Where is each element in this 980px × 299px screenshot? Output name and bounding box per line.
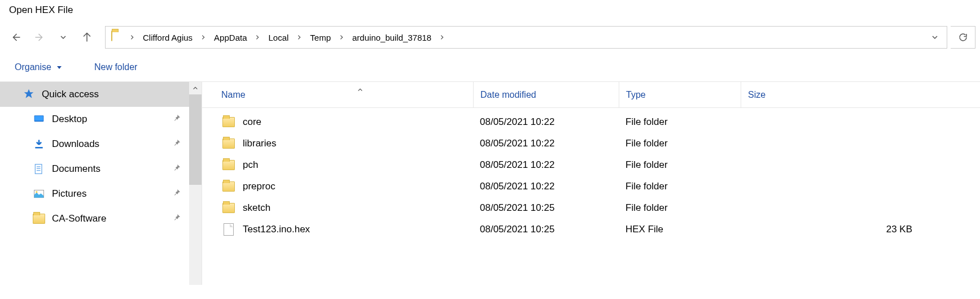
- chevron-right-icon[interactable]: [294, 34, 304, 40]
- up-button[interactable]: [77, 27, 97, 47]
- toolbar: Organise New folder: [0, 53, 980, 82]
- file-icon: [222, 223, 235, 236]
- pin-icon: [172, 138, 181, 150]
- chevron-down-icon: [931, 34, 938, 41]
- sidebar-item-quick-access[interactable]: Quick access: [0, 82, 202, 107]
- file-name: sketch: [243, 202, 270, 214]
- sidebar-item-label: Desktop: [52, 114, 87, 125]
- column-header-label: Size: [748, 90, 765, 100]
- chevron-right-icon[interactable]: [127, 34, 137, 40]
- sidebar-item-desktop[interactable]: Desktop: [0, 107, 202, 132]
- pin-icon: [172, 114, 181, 125]
- breadcrumb-item[interactable]: AppData: [211, 31, 250, 45]
- file-type: File folder: [619, 116, 741, 128]
- file-type: File folder: [619, 202, 741, 214]
- pictures-icon: [33, 188, 45, 200]
- folder-icon: [222, 159, 235, 171]
- list-item[interactable]: pch 08/05/2021 10:22 File folder: [202, 154, 980, 176]
- file-list-panel: Name Date modified Type Size core 08/05/…: [202, 82, 980, 285]
- file-type: HEX File: [619, 224, 741, 235]
- column-header-size[interactable]: Size: [741, 82, 980, 107]
- pin-icon: [172, 213, 181, 225]
- sidebar-item-pictures[interactable]: Pictures: [0, 181, 202, 206]
- folder-icon: [222, 116, 235, 128]
- downloads-icon: [33, 138, 45, 150]
- star-pin-icon: [23, 88, 35, 101]
- breadcrumb-item[interactable]: Temp: [307, 31, 334, 45]
- pin-icon: [172, 163, 181, 175]
- sidebar-item-ca-software[interactable]: CA-Software: [0, 206, 202, 231]
- list-item[interactable]: sketch 08/05/2021 10:25 File folder: [202, 197, 980, 219]
- file-type: File folder: [619, 138, 741, 149]
- chevron-down-icon: [60, 34, 67, 41]
- scrollbar-track[interactable]: [189, 94, 202, 285]
- svg-rect-2: [35, 164, 42, 174]
- list-item[interactable]: libraries 08/05/2021 10:22 File folder: [202, 133, 980, 154]
- folder-icon: [222, 137, 235, 150]
- folder-icon: [222, 202, 235, 214]
- sidebar-item-label: Downloads: [52, 138, 99, 150]
- breadcrumb-item[interactable]: Clifford Agius: [139, 31, 196, 45]
- forward-button[interactable]: [29, 27, 50, 47]
- file-size: 23 KB: [741, 224, 980, 235]
- breadcrumb-item[interactable]: arduino_build_37818: [349, 31, 435, 45]
- svg-point-4: [36, 191, 37, 193]
- arrow-right-icon: [34, 32, 45, 42]
- file-name: pch: [243, 159, 258, 171]
- list-item[interactable]: preproc 08/05/2021 10:22 File folder: [202, 176, 980, 197]
- file-date: 08/05/2021 10:22: [473, 138, 619, 149]
- breadcrumb-item[interactable]: Local: [265, 31, 292, 45]
- back-button[interactable]: [6, 27, 26, 47]
- sort-asc-icon: [357, 85, 363, 95]
- file-type: File folder: [619, 159, 741, 171]
- pin-icon: [172, 188, 181, 200]
- new-folder-button[interactable]: New folder: [94, 62, 137, 72]
- sidebar-item-label: CA-Software: [52, 213, 106, 224]
- chevron-up-icon: [193, 85, 198, 91]
- file-date: 08/05/2021 10:22: [473, 181, 619, 192]
- navigation-row: Clifford Agius AppData Local Temp arduin…: [0, 21, 980, 53]
- list-item[interactable]: core 08/05/2021 10:22 File folder: [202, 111, 980, 133]
- file-name: core: [243, 116, 261, 128]
- triangle-down-icon: [56, 64, 63, 71]
- file-date: 08/05/2021 10:22: [473, 116, 619, 128]
- chevron-right-icon[interactable]: [336, 34, 347, 40]
- documents-icon: [33, 163, 45, 175]
- column-header-date[interactable]: Date modified: [473, 82, 619, 107]
- sidebar: Quick access Desktop Downloads: [0, 82, 202, 285]
- column-header-label: Type: [626, 90, 646, 100]
- scroll-up-button[interactable]: [189, 82, 202, 94]
- file-date: 08/05/2021 10:25: [473, 202, 619, 214]
- column-header-name[interactable]: Name: [202, 90, 473, 100]
- folder-icon: [33, 213, 45, 225]
- file-date: 08/05/2021 10:25: [473, 224, 619, 235]
- file-date: 08/05/2021 10:22: [473, 159, 619, 171]
- sidebar-item-documents[interactable]: Documents: [0, 157, 202, 181]
- chevron-right-icon[interactable]: [252, 34, 262, 40]
- refresh-button[interactable]: [951, 26, 975, 49]
- arrow-up-icon: [82, 32, 92, 42]
- window-title: Open HEX File: [0, 0, 980, 21]
- file-name: libraries: [243, 138, 277, 149]
- address-dropdown-button[interactable]: [926, 27, 943, 48]
- organise-button[interactable]: Organise: [15, 62, 63, 72]
- sidebar-item-downloads[interactable]: Downloads: [0, 132, 202, 157]
- chevron-right-icon[interactable]: [437, 34, 447, 40]
- address-bar[interactable]: Clifford Agius AppData Local Temp arduin…: [105, 26, 947, 49]
- sidebar-item-label: Quick access: [42, 89, 99, 100]
- recent-locations-button[interactable]: [53, 27, 73, 47]
- refresh-icon: [958, 32, 968, 42]
- column-header-type[interactable]: Type: [619, 82, 741, 107]
- file-name: preproc: [243, 181, 275, 192]
- svg-rect-1: [35, 116, 43, 120]
- organise-label: Organise: [15, 62, 51, 72]
- column-header-label: Name: [221, 90, 246, 100]
- column-header-label: Date modified: [480, 90, 536, 100]
- folder-icon: [111, 31, 124, 44]
- chevron-right-icon[interactable]: [198, 34, 208, 40]
- scrollbar-thumb[interactable]: [189, 94, 202, 185]
- list-item[interactable]: Test123.ino.hex 08/05/2021 10:25 HEX Fil…: [202, 219, 980, 240]
- folder-icon: [222, 180, 235, 193]
- sidebar-item-label: Documents: [52, 163, 100, 175]
- column-headers: Name Date modified Type Size: [202, 82, 980, 108]
